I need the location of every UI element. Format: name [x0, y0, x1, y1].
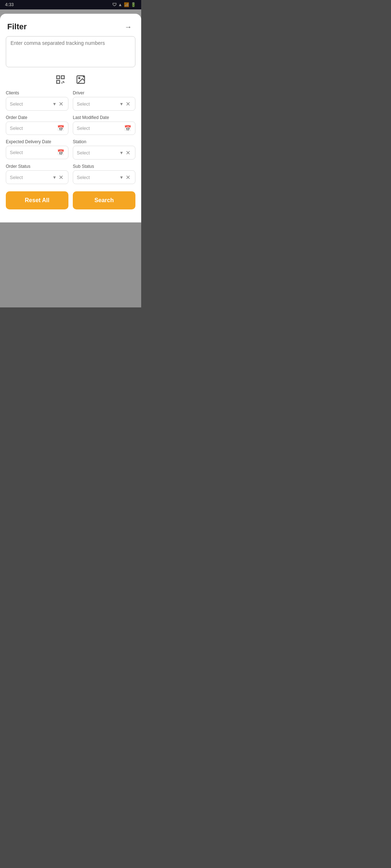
image-scan-button[interactable]: [74, 73, 87, 86]
chevron-down-icon: ▾: [120, 101, 123, 107]
calendar-icon: 📅: [124, 125, 131, 132]
clients-clear-button[interactable]: ✕: [57, 100, 64, 107]
qr-scan-button[interactable]: [54, 73, 67, 86]
driver-select[interactable]: Select ▾ ✕: [73, 97, 135, 111]
sub-status-label: Sub Status: [73, 164, 135, 169]
calendar-icon: 📅: [57, 149, 64, 156]
close-icon: ✕: [59, 101, 63, 107]
driver-field: Driver Select ▾ ✕: [73, 90, 135, 111]
clients-select-value: Select: [10, 101, 53, 107]
order-status-clear-button[interactable]: ✕: [57, 174, 64, 181]
filter-title: Filter: [7, 22, 27, 31]
sub-status-field: Sub Status Select ▾ ✕: [73, 164, 135, 184]
clients-select[interactable]: Select ▾ ✕: [6, 97, 68, 111]
order-status-select[interactable]: Select ▾ ✕: [6, 170, 68, 184]
filter-header: Filter →: [0, 14, 141, 36]
tracking-section: ✕: [0, 36, 141, 72]
svg-point-11: [79, 77, 80, 79]
arrow-right-icon: →: [125, 23, 132, 31]
order-date-value: Select: [10, 125, 57, 131]
clients-label: Clients: [6, 90, 68, 95]
tracking-input[interactable]: [10, 40, 131, 62]
driver-label: Driver: [73, 90, 135, 95]
scan-icons-row: [0, 72, 141, 90]
chevron-down-icon: ▾: [120, 150, 123, 156]
last-modified-field: Last Modified Date Select 📅: [73, 115, 135, 135]
station-label: Station: [73, 139, 135, 144]
order-status-field: Order Status Select ▾ ✕: [6, 164, 68, 184]
driver-clear-button[interactable]: ✕: [124, 100, 131, 107]
filter-close-button[interactable]: →: [122, 21, 134, 33]
station-field: Station Select ▾ ✕: [73, 139, 135, 159]
order-date-select[interactable]: Select 📅: [6, 122, 68, 135]
station-select-value: Select: [77, 150, 120, 156]
expected-delivery-field: Expected Delivery Date Select 📅: [6, 139, 68, 159]
order-status-value: Select: [10, 175, 53, 180]
calendar-icon: 📅: [57, 125, 64, 132]
close-icon: ✕: [126, 101, 130, 107]
close-icon: ✕: [126, 149, 130, 156]
order-date-label: Order Date: [6, 115, 68, 120]
last-modified-value: Select: [77, 125, 124, 131]
expected-delivery-value: Select: [10, 150, 57, 155]
reset-all-button[interactable]: Reset All: [6, 191, 68, 209]
clients-field: Clients Select ▾ ✕: [6, 90, 68, 111]
chevron-down-icon: ▾: [53, 174, 56, 180]
tracking-input-wrapper: [6, 36, 135, 67]
filter-form: Clients Select ▾ ✕ Driver Select ▾ ✕ Ord: [0, 90, 141, 190]
close-icon: ✕: [126, 174, 130, 181]
order-status-label: Order Status: [6, 164, 68, 169]
station-select[interactable]: Select ▾ ✕: [73, 146, 135, 159]
driver-select-value: Select: [77, 101, 120, 107]
sub-status-select[interactable]: Select ▾ ✕: [73, 170, 135, 184]
chevron-down-icon: ▾: [53, 101, 56, 107]
action-buttons: Reset All Search: [0, 190, 141, 215]
sub-status-value: Select: [77, 175, 120, 180]
last-modified-label: Last Modified Date: [73, 115, 135, 120]
svg-rect-0: [57, 76, 60, 79]
sub-status-clear-button[interactable]: ✕: [124, 174, 131, 181]
svg-rect-1: [61, 76, 64, 79]
expected-delivery-select[interactable]: Select 📅: [6, 146, 68, 159]
close-icon: ✕: [59, 174, 63, 181]
last-modified-select[interactable]: Select 📅: [73, 122, 135, 135]
order-date-field: Order Date Select 📅: [6, 115, 68, 135]
svg-rect-2: [57, 80, 60, 83]
expected-delivery-label: Expected Delivery Date: [6, 139, 68, 144]
search-button[interactable]: Search: [73, 191, 135, 209]
filter-modal: Filter → ✕: [0, 14, 141, 222]
station-clear-button[interactable]: ✕: [124, 149, 131, 156]
chevron-down-icon: ▾: [120, 174, 123, 180]
